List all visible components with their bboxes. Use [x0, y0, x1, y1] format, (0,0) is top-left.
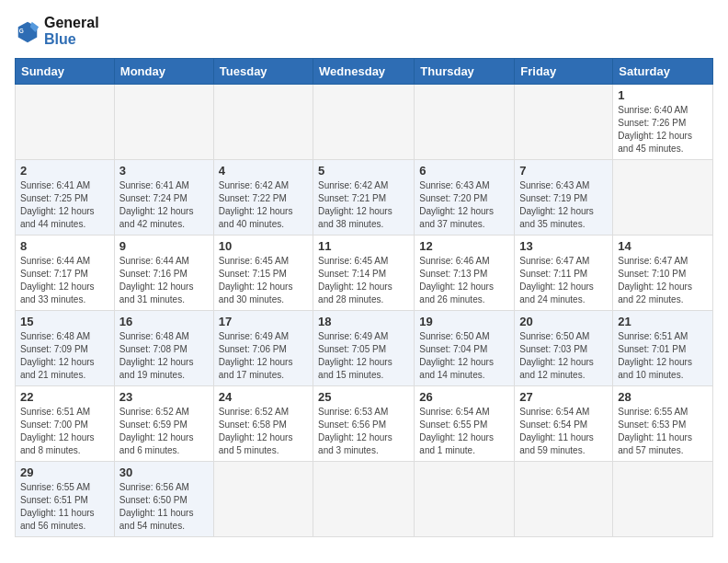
calendar-cell: [213, 462, 313, 537]
calendar-cell: 22Sunrise: 6:51 AMSunset: 7:00 PMDayligh…: [16, 386, 115, 462]
day-info: Sunrise: 6:50 AMSunset: 7:04 PMDaylight:…: [419, 330, 509, 382]
calendar-cell: [415, 462, 515, 537]
day-info: Sunrise: 6:49 AMSunset: 7:06 PMDaylight:…: [219, 330, 308, 382]
calendar-cell: [613, 462, 713, 537]
page-header: G General Blue: [15, 15, 713, 47]
day-number: 9: [119, 239, 209, 253]
calendar-cell: 29Sunrise: 6:55 AMSunset: 6:51 PMDayligh…: [16, 462, 115, 537]
calendar-cell: 8Sunrise: 6:44 AMSunset: 7:17 PMDaylight…: [16, 236, 115, 311]
day-info: Sunrise: 6:51 AMSunset: 7:01 PMDaylight:…: [618, 330, 708, 382]
day-number: 10: [219, 239, 308, 253]
calendar-cell: [114, 85, 213, 160]
day-number: 7: [519, 164, 608, 178]
day-info: Sunrise: 6:42 AMSunset: 7:21 PMDaylight:…: [318, 179, 409, 231]
day-info: Sunrise: 6:54 AMSunset: 6:54 PMDaylight:…: [519, 406, 608, 457]
calendar-cell: 20Sunrise: 6:50 AMSunset: 7:03 PMDayligh…: [515, 311, 613, 386]
day-info: Sunrise: 6:42 AMSunset: 7:22 PMDaylight:…: [219, 179, 308, 231]
logo-text: General Blue: [44, 15, 99, 47]
day-info: Sunrise: 6:47 AMSunset: 7:10 PMDaylight:…: [618, 255, 708, 306]
day-number: 8: [20, 239, 109, 253]
calendar-cell: 11Sunrise: 6:45 AMSunset: 7:14 PMDayligh…: [313, 236, 415, 311]
calendar-cell: 18Sunrise: 6:49 AMSunset: 7:05 PMDayligh…: [313, 311, 415, 386]
day-number: 29: [20, 465, 109, 479]
day-number: 6: [419, 164, 509, 178]
weekday-header-saturday: Saturday: [613, 59, 713, 85]
calendar-cell: 2Sunrise: 6:41 AMSunset: 7:25 PMDaylight…: [16, 160, 115, 236]
calendar-cell: [313, 462, 415, 537]
calendar-cell: 19Sunrise: 6:50 AMSunset: 7:04 PMDayligh…: [415, 311, 515, 386]
day-info: Sunrise: 6:55 AMSunset: 6:53 PMDaylight:…: [618, 406, 708, 457]
day-info: Sunrise: 6:48 AMSunset: 7:09 PMDaylight:…: [20, 330, 109, 382]
calendar-cell: 7Sunrise: 6:43 AMSunset: 7:19 PMDaylight…: [515, 160, 613, 236]
calendar-table: SundayMondayTuesdayWednesdayThursdayFrid…: [15, 58, 713, 537]
day-number: 18: [318, 315, 409, 328]
calendar-cell: [613, 160, 713, 236]
day-info: Sunrise: 6:44 AMSunset: 7:17 PMDaylight:…: [20, 255, 109, 306]
day-info: Sunrise: 6:43 AMSunset: 7:20 PMDaylight:…: [419, 179, 509, 231]
calendar-cell: 1Sunrise: 6:40 AMSunset: 7:26 PMDaylight…: [613, 85, 713, 160]
day-number: 5: [318, 164, 409, 178]
calendar-cell: [415, 85, 515, 160]
day-info: Sunrise: 6:41 AMSunset: 7:25 PMDaylight:…: [20, 179, 109, 231]
day-number: 20: [519, 315, 608, 328]
day-number: 23: [119, 390, 209, 404]
day-info: Sunrise: 6:54 AMSunset: 6:55 PMDaylight:…: [419, 406, 509, 457]
day-number: 24: [219, 390, 308, 404]
calendar-cell: 28Sunrise: 6:55 AMSunset: 6:53 PMDayligh…: [613, 386, 713, 462]
day-number: 13: [519, 239, 608, 253]
calendar-cell: 4Sunrise: 6:42 AMSunset: 7:22 PMDaylight…: [213, 160, 313, 236]
weekday-header-wednesday: Wednesday: [313, 59, 415, 85]
calendar-cell: 24Sunrise: 6:52 AMSunset: 6:58 PMDayligh…: [213, 386, 313, 462]
day-info: Sunrise: 6:52 AMSunset: 6:59 PMDaylight:…: [119, 406, 209, 457]
svg-text:G: G: [19, 27, 24, 33]
weekday-header-monday: Monday: [114, 59, 213, 85]
calendar-cell: [515, 85, 613, 160]
calendar-cell: [515, 462, 613, 537]
calendar-cell: 21Sunrise: 6:51 AMSunset: 7:01 PMDayligh…: [613, 311, 713, 386]
day-number: 11: [318, 239, 409, 253]
day-number: 17: [219, 315, 308, 328]
day-info: Sunrise: 6:52 AMSunset: 6:58 PMDaylight:…: [219, 406, 308, 457]
day-info: Sunrise: 6:56 AMSunset: 6:50 PMDaylight:…: [119, 481, 209, 533]
calendar-cell: 13Sunrise: 6:47 AMSunset: 7:11 PMDayligh…: [515, 236, 613, 311]
day-number: 22: [20, 390, 109, 404]
day-number: 26: [419, 390, 509, 404]
weekday-header-tuesday: Tuesday: [213, 59, 313, 85]
calendar-cell: [313, 85, 415, 160]
day-number: 12: [419, 239, 509, 253]
calendar-cell: 17Sunrise: 6:49 AMSunset: 7:06 PMDayligh…: [213, 311, 313, 386]
day-number: 27: [519, 390, 608, 404]
day-info: Sunrise: 6:40 AMSunset: 7:26 PMDaylight:…: [618, 104, 708, 155]
day-info: Sunrise: 6:47 AMSunset: 7:11 PMDaylight:…: [519, 255, 608, 306]
day-number: 2: [20, 164, 109, 178]
day-number: 21: [618, 315, 708, 328]
day-info: Sunrise: 6:46 AMSunset: 7:13 PMDaylight:…: [419, 255, 509, 306]
day-number: 4: [219, 164, 308, 178]
day-info: Sunrise: 6:43 AMSunset: 7:19 PMDaylight:…: [519, 179, 608, 231]
weekday-header-friday: Friday: [515, 59, 613, 85]
day-number: 1: [618, 88, 708, 102]
calendar-cell: [16, 85, 115, 160]
day-info: Sunrise: 6:55 AMSunset: 6:51 PMDaylight:…: [20, 481, 109, 533]
day-info: Sunrise: 6:45 AMSunset: 7:15 PMDaylight:…: [219, 255, 308, 306]
day-info: Sunrise: 6:51 AMSunset: 7:00 PMDaylight:…: [20, 406, 109, 457]
day-number: 28: [618, 390, 708, 404]
day-info: Sunrise: 6:48 AMSunset: 7:08 PMDaylight:…: [119, 330, 209, 382]
calendar-cell: [213, 85, 313, 160]
calendar-cell: 14Sunrise: 6:47 AMSunset: 7:10 PMDayligh…: [613, 236, 713, 311]
calendar-cell: 23Sunrise: 6:52 AMSunset: 6:59 PMDayligh…: [114, 386, 213, 462]
day-info: Sunrise: 6:49 AMSunset: 7:05 PMDaylight:…: [318, 330, 409, 382]
day-number: 25: [318, 390, 409, 404]
calendar-cell: 3Sunrise: 6:41 AMSunset: 7:24 PMDaylight…: [114, 160, 213, 236]
logo-icon: G: [15, 18, 40, 44]
day-info: Sunrise: 6:41 AMSunset: 7:24 PMDaylight:…: [119, 179, 209, 231]
day-number: 19: [419, 315, 509, 328]
day-info: Sunrise: 6:53 AMSunset: 6:56 PMDaylight:…: [318, 406, 409, 457]
day-number: 15: [20, 315, 109, 328]
day-number: 14: [618, 239, 708, 253]
calendar-cell: 16Sunrise: 6:48 AMSunset: 7:08 PMDayligh…: [114, 311, 213, 386]
day-info: Sunrise: 6:45 AMSunset: 7:14 PMDaylight:…: [318, 255, 409, 306]
calendar-cell: 6Sunrise: 6:43 AMSunset: 7:20 PMDaylight…: [415, 160, 515, 236]
calendar-cell: 27Sunrise: 6:54 AMSunset: 6:54 PMDayligh…: [515, 386, 613, 462]
calendar-cell: 15Sunrise: 6:48 AMSunset: 7:09 PMDayligh…: [16, 311, 115, 386]
